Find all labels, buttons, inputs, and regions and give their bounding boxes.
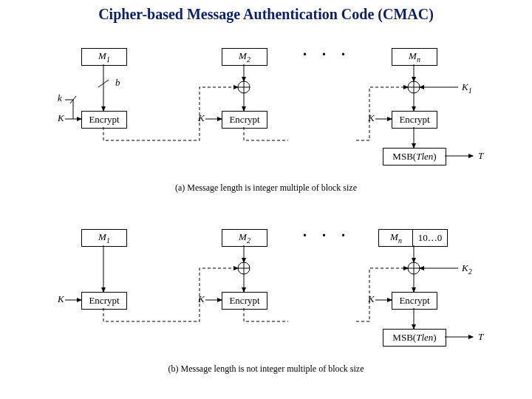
msb-label-a: MSB(Tlen) bbox=[392, 151, 436, 163]
mn-label: Mn bbox=[409, 50, 420, 64]
msb-box-b: MSB(Tlen) bbox=[383, 329, 446, 347]
svg-line-13 bbox=[98, 80, 109, 87]
k-label-2-b: K bbox=[198, 293, 205, 305]
block-mn-b: Mn bbox=[378, 229, 414, 247]
m1-label-b: M1 bbox=[98, 231, 110, 245]
k-label-2-a: K bbox=[198, 112, 205, 124]
ellipsis-a-top: · · · bbox=[303, 46, 351, 63]
t-label-a: T bbox=[478, 150, 483, 162]
block-m2-b: M2 bbox=[222, 229, 267, 247]
encrypt-1-b: Encrypt bbox=[81, 292, 127, 310]
svg-point-0 bbox=[238, 81, 250, 93]
m2-label-b: M2 bbox=[239, 231, 250, 245]
svg-line-20 bbox=[70, 96, 76, 103]
svg-point-9 bbox=[408, 262, 420, 274]
block-m2-a: M2 bbox=[222, 48, 267, 66]
m2-label: M2 bbox=[239, 50, 250, 64]
block-m1-b: M1 bbox=[81, 229, 127, 247]
block-m1-a: M1 bbox=[81, 48, 127, 66]
svg-point-6 bbox=[238, 262, 250, 274]
encrypt-n-b: Encrypt bbox=[392, 292, 437, 310]
encrypt-1-a: Encrypt bbox=[81, 111, 127, 129]
encrypt-2-b: Encrypt bbox=[222, 292, 267, 310]
msb-label-b: MSB(Tlen) bbox=[392, 332, 436, 344]
block-mn-a: Mn bbox=[392, 48, 437, 66]
ellipsis-b-top: · · · bbox=[303, 227, 351, 244]
b-label: b bbox=[115, 77, 120, 89]
caption-a: (a) Message length is integer multiple o… bbox=[0, 183, 532, 194]
msb-box-a: MSB(Tlen) bbox=[383, 148, 446, 166]
mn-label-b: Mn bbox=[390, 231, 402, 245]
encrypt-2-a: Encrypt bbox=[222, 111, 267, 129]
k-label-n-b: K bbox=[368, 293, 375, 305]
k-label-1-a: K bbox=[58, 112, 64, 124]
caption-b: (b) Message length is not integer multip… bbox=[0, 364, 532, 375]
page-title: Cipher-based Message Authentication Code… bbox=[0, 6, 532, 23]
k-label-1-b: K bbox=[58, 293, 64, 305]
m1-label: M1 bbox=[98, 50, 110, 64]
k2-label: K2 bbox=[462, 262, 472, 276]
pad-block: 10…0 bbox=[412, 229, 448, 247]
k-label-n-a: K bbox=[368, 112, 375, 124]
svg-point-3 bbox=[408, 81, 420, 93]
k1-label: K1 bbox=[462, 81, 472, 95]
k-small-label: k bbox=[58, 92, 62, 104]
encrypt-n-a: Encrypt bbox=[392, 111, 437, 129]
t-label-b: T bbox=[478, 331, 483, 343]
